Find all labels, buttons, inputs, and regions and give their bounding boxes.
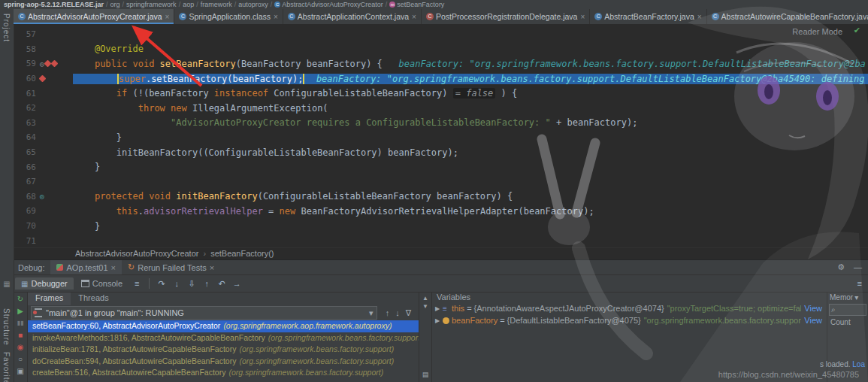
navigate-down-icon[interactable]: ↓ bbox=[395, 308, 400, 318]
close-icon[interactable]: × bbox=[274, 13, 278, 21]
code-line[interactable]: 62 throw new IllegalArgumentException( bbox=[14, 101, 868, 116]
editor-tab[interactable]: CAbstractApplicationContext.java× bbox=[283, 9, 422, 24]
tab-threads[interactable]: Threads bbox=[71, 293, 116, 305]
code-line[interactable]: 61 if (!(beanFactory instanceof Configur… bbox=[14, 86, 868, 101]
breakpoint-icon[interactable] bbox=[51, 60, 59, 68]
code-line[interactable]: 67 bbox=[14, 174, 868, 189]
editor-breadcrumb-item[interactable]: AbstractAdvisorAutoProxyCreator bbox=[75, 248, 198, 259]
expand-icon[interactable]: ▶ bbox=[435, 305, 443, 312]
breadcrumb-item[interactable]: autoproxy bbox=[238, 0, 268, 9]
run-to-cursor-icon[interactable]: → bbox=[230, 279, 243, 288]
step-out-icon[interactable]: ↑ bbox=[200, 279, 213, 288]
inspections-ok-icon[interactable]: ✔ bbox=[854, 26, 860, 35]
close-icon[interactable]: × bbox=[165, 13, 170, 21]
sidebar-item-structure[interactable]: Structure bbox=[2, 308, 11, 346]
drop-frame-icon[interactable]: ↶ bbox=[215, 279, 228, 289]
code-token: = bbox=[263, 206, 280, 217]
stack-frame-row[interactable]: doCreateBean:594, AbstractAutowireCapabl… bbox=[28, 356, 419, 368]
step-into-icon[interactable]: ↓ bbox=[170, 279, 183, 288]
code-token: protected void bbox=[95, 191, 176, 202]
menu-icon[interactable]: ≡ bbox=[130, 279, 144, 288]
copy-icon[interactable]: ▤ bbox=[422, 371, 429, 378]
tab-debugger[interactable]: ▦ Debugger bbox=[15, 277, 74, 290]
variable-text: beanFactory={DefaultListableBeanFactory@… bbox=[452, 316, 801, 325]
code-line[interactable]: 69 this.advisorRetrievalHelper = new Bea… bbox=[14, 204, 868, 219]
expand-icon[interactable]: ▶ bbox=[435, 317, 443, 324]
editor-tab[interactable]: CPostProcessorRegistrationDelegate.java× bbox=[422, 9, 590, 24]
rerun-button[interactable]: ↻ bbox=[17, 294, 23, 304]
code-line[interactable]: 70 } bbox=[14, 219, 868, 234]
minimize-icon[interactable]: — bbox=[854, 262, 862, 272]
memory-count-header[interactable]: Count bbox=[827, 317, 868, 327]
thread-dropdown[interactable]: "main"@1 in group "main": RUNNING ▾ bbox=[31, 306, 377, 320]
resume-button[interactable]: ▶ bbox=[17, 306, 23, 316]
sidebar-item-favorites[interactable]: Favorites bbox=[2, 352, 11, 382]
editor-breadcrumb-item[interactable]: setBeanFactory() bbox=[210, 248, 274, 259]
variable-row[interactable]: ▶≡this={AnnotationAwareAspectJAutoProxyC… bbox=[432, 302, 827, 314]
view-breakpoints-button[interactable]: ◉ bbox=[17, 342, 24, 352]
thread-dump-button[interactable]: ▣ bbox=[17, 366, 23, 376]
filter-icon[interactable]: ∇ bbox=[406, 308, 411, 318]
sidebar-item-project[interactable]: Project bbox=[2, 14, 11, 42]
tab-frames[interactable]: Frames bbox=[28, 293, 71, 305]
breakpoint-icon[interactable] bbox=[39, 75, 47, 83]
breadcrumb-item[interactable]: framework bbox=[201, 0, 232, 9]
pause-button[interactable]: ▮▮ bbox=[17, 318, 24, 328]
stack-frame-row[interactable]: setBeanFactory:60, AbstractAdvisorAutoPr… bbox=[28, 320, 419, 332]
breadcrumb-item[interactable]: aop bbox=[183, 0, 194, 9]
mute-breakpoints-button[interactable]: ○ bbox=[18, 354, 23, 364]
variable-row[interactable]: ▶beanFactory={DefaultListableBeanFactory… bbox=[432, 314, 827, 326]
memory-search-input[interactable] bbox=[837, 305, 860, 314]
close-icon[interactable]: × bbox=[412, 13, 416, 21]
editor-tab[interactable]: CAbstractBeanFactory.java× bbox=[590, 9, 706, 24]
code-line[interactable]: 65 initBeanFactory((ConfigurableListable… bbox=[14, 145, 868, 160]
close-icon[interactable]: × bbox=[210, 263, 214, 272]
code-editor[interactable]: 5758 @Override59◎ public void setBeanFac… bbox=[14, 24, 868, 259]
session-tab-label: AOp.test01 bbox=[66, 263, 107, 272]
breadcrumb-item[interactable]: springframework bbox=[126, 0, 177, 9]
force-step-into-icon[interactable]: ⇩ bbox=[185, 279, 198, 289]
view-link[interactable]: View bbox=[804, 304, 822, 313]
breadcrumb-item[interactable]: spring-aop-5.2.12.RELEASE.jar bbox=[4, 0, 104, 9]
code-line[interactable]: 71 bbox=[14, 233, 868, 248]
chevron-down-icon[interactable]: ▾ bbox=[854, 293, 858, 302]
code-line[interactable]: 63 "AdvisorAutoProxyCreator requires a C… bbox=[14, 116, 868, 131]
stack-frame-row[interactable]: initializeBean:1781, AbstractAutowireCap… bbox=[28, 344, 419, 356]
stack-frame-row[interactable]: createBean:516, AbstractAutowireCapableB… bbox=[28, 367, 419, 379]
navigate-up-icon[interactable]: ↑ bbox=[386, 308, 390, 318]
override-marker-icon[interactable]: ◎ bbox=[40, 60, 44, 68]
code-line[interactable]: 57 bbox=[14, 27, 868, 42]
step-over-icon[interactable]: ↷ bbox=[155, 279, 168, 289]
close-icon[interactable]: × bbox=[111, 263, 116, 272]
breadcrumb-item[interactable]: org bbox=[110, 0, 120, 9]
code-line[interactable]: 60 super.setBeanFactory(beanFactory); be… bbox=[14, 71, 868, 86]
session-tab-label: Rerun Failed Tests bbox=[138, 263, 207, 272]
memory-search[interactable]: ⌕ bbox=[829, 304, 866, 316]
gear-icon[interactable]: ⚙ bbox=[837, 262, 845, 272]
close-icon[interactable]: × bbox=[580, 13, 585, 21]
implement-marker-icon[interactable]: ◎ bbox=[40, 193, 44, 200]
editor-tab[interactable]: CSpringApplication.class× bbox=[174, 9, 283, 24]
code-line[interactable]: 64 } bbox=[14, 130, 868, 145]
code-line[interactable]: 58 @Override bbox=[14, 42, 868, 57]
editor-tab[interactable]: CAbstractAdvisorAutoProxyCreator.java× bbox=[14, 9, 174, 24]
layout-settings-icon[interactable]: ≡ bbox=[857, 279, 862, 288]
code-line[interactable]: 66 } bbox=[14, 159, 868, 174]
debug-session-tab[interactable]: AOp.test01 × bbox=[50, 260, 121, 274]
code-line[interactable]: 68◎ protected void initBeanFactory(Confi… bbox=[14, 189, 868, 205]
breadcrumb-item[interactable]: msetBeanFactory bbox=[389, 0, 444, 9]
breadcrumb-item[interactable]: CAbstractAdvisorAutoProxyCreator bbox=[274, 0, 383, 9]
stop-button[interactable]: ■ bbox=[18, 330, 23, 340]
debug-toolwindow-icon[interactable]: ▦ bbox=[3, 280, 10, 288]
scroll-up-icon[interactable]: ▲ bbox=[422, 295, 428, 302]
code-line[interactable]: 59◎ public void setBeanFactory(BeanFacto… bbox=[14, 56, 868, 71]
reader-mode-label[interactable]: Reader Mode bbox=[792, 27, 842, 36]
stack-frame-row[interactable]: invokeAwareMethods:1816, AbstractAutowir… bbox=[28, 332, 419, 344]
view-link[interactable]: View bbox=[804, 316, 822, 325]
scroll-down-icon[interactable]: ▼ bbox=[422, 303, 428, 310]
load-link[interactable]: Loa bbox=[852, 360, 865, 368]
editor-tab[interactable]: CAbstractAutowireCapableBeanFactory.java… bbox=[707, 9, 868, 24]
tab-console[interactable]: Console bbox=[75, 277, 129, 290]
close-icon[interactable]: × bbox=[697, 13, 702, 21]
rerun-failed-tests-tab[interactable]: ↻ Rerun Failed Tests × bbox=[122, 260, 220, 274]
